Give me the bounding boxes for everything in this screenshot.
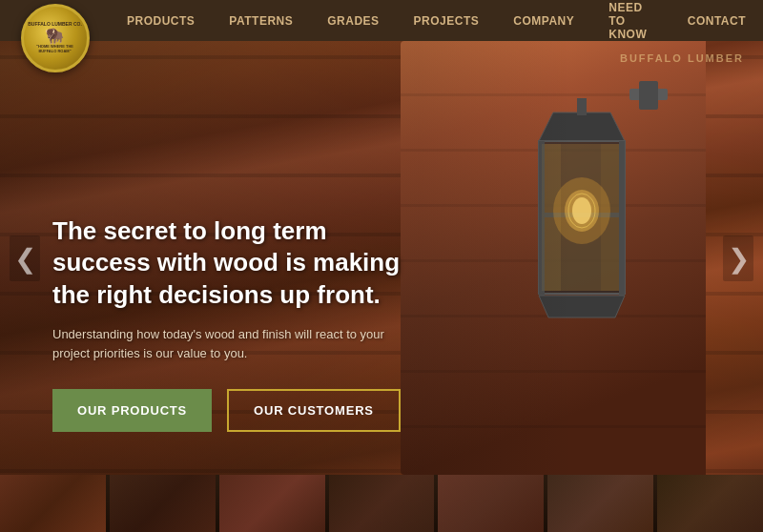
thumbnail-5[interactable] [438,475,544,532]
nav-company[interactable]: COMPANY [496,0,591,41]
our-products-button[interactable]: OUR PRODUCTS [52,389,212,432]
thumbnail-3[interactable] [219,475,325,532]
nav-need-to-know[interactable]: NEED TO KNOW [591,0,670,41]
our-customers-button[interactable]: OUR CUSTOMERS [227,389,401,432]
thumbnail-6[interactable] [547,475,653,532]
hero-buttons: OUR PRODUCTS OUR CUSTOMERS [52,389,711,432]
hero-subtext: Understanding how today's wood and finis… [52,325,396,362]
nav-contact[interactable]: CONTACT [670,0,763,41]
nav-projects[interactable]: PROJECTS [397,0,497,41]
thumbnail-2[interactable] [110,475,216,532]
nav-patterns[interactable]: PATTERNS [212,0,310,41]
nav-products[interactable]: PRODUCTS [110,0,212,41]
bison-icon: 🦬 [28,27,82,45]
thumbnail-4[interactable] [329,475,435,532]
next-slide-button[interactable]: ❯ [723,235,753,281]
main-nav: PRODUCTS PATTERNS GRADES PROJECTS COMPAN… [110,0,763,41]
logo: BUFFALO LUMBER CO. 🦬 "HOME WHERE THE BUF… [21,4,90,72]
hero-section: BUFFALO LUMBER The secret to long term s… [0,0,763,475]
logo-text: BUFFALO LUMBER CO. 🦬 "HOME WHERE THE BUF… [28,21,82,54]
hero-content: The secret to long term success with woo… [0,41,763,475]
logo-area[interactable]: BUFFALO LUMBER CO. 🦬 "HOME WHERE THE BUF… [0,0,110,59]
nav-grades[interactable]: GRADES [310,0,396,41]
prev-slide-button[interactable]: ❮ [10,235,40,281]
bottom-thumbnails [0,475,763,532]
thumbnail-1[interactable] [0,475,106,532]
thumbnail-7[interactable] [657,475,763,532]
hero-headline: The secret to long term success with woo… [52,215,415,312]
header: BUFFALO LUMBER CO. 🦬 "HOME WHERE THE BUF… [0,0,763,41]
